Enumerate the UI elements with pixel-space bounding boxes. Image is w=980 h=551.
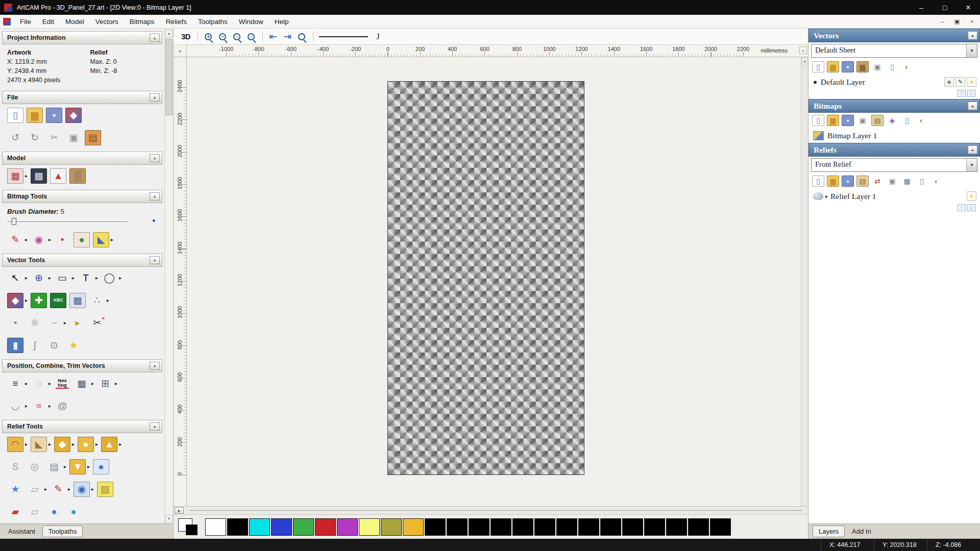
angled-plane-icon[interactable]: ◆ [54,437,70,452]
tab-addin[interactable]: Add In [849,526,874,537]
vector-layer-row[interactable]: ● Default Layer ◈✎● [808,74,980,89]
colour-palette-icon[interactable]: ● [74,232,90,247]
collapse-section-button[interactable]: ▲ [150,422,160,431]
tab-assistant[interactable]: Assistant [5,526,38,537]
flyout-arrow-icon[interactable]: ▸ [25,275,28,281]
save-file-icon[interactable]: ▪ [46,108,62,123]
zoom-in-icon[interactable]: + [202,31,215,43]
copy-vector-layer-icon[interactable]: ▣ [871,61,884,72]
mdi-close-button[interactable]: × [965,16,978,27]
palette-swatch[interactable] [381,518,402,536]
delete-vector-layer-icon[interactable]: ▯ [886,61,898,72]
collapse-section-button[interactable]: ▲ [150,154,160,162]
zoom-out-icon[interactable]: − [216,31,229,43]
weave-wizard-icon[interactable]: ◎ [27,459,43,474]
scrollbar-track[interactable] [190,510,802,511]
relief-from-image-icon[interactable]: ▒ [69,168,86,184]
delete-relief-layer-icon[interactable]: ▯ [916,176,928,187]
align-vectors-icon[interactable]: ≡ [7,376,23,391]
new-bitmap-layer-icon[interactable]: ▯ [812,115,824,126]
create-point-icon[interactable]: • [7,315,23,331]
create-arrow-icon[interactable]: ▸ [69,315,86,331]
trim-vectors-icon[interactable]: ✂× [89,315,105,331]
open-vector-layer-icon[interactable]: ▆ [827,61,839,72]
drawing-canvas[interactable]: ▲ [187,57,808,506]
save-bitmap-layer-icon[interactable]: ▪ [842,115,854,126]
view-3d-button[interactable]: 3D [178,31,194,42]
snap-layer-icon[interactable]: ◈ [944,77,954,87]
paste-icon[interactable]: ▤ [85,130,101,145]
scroll-right-button[interactable]: ▶ [175,507,184,514]
palette-swatch[interactable] [469,518,489,536]
flyout-arrow-icon[interactable]: ▸ [115,381,117,386]
export-transfer-icon[interactable]: ◆ [65,108,82,123]
menu-edit[interactable]: Edit [37,15,60,28]
save-vector-layer-icon[interactable]: ▪ [842,61,854,72]
palette-swatch[interactable] [644,518,665,536]
flyout-arrow-icon[interactable]: ▸ [64,464,66,469]
flyout-arrow-icon[interactable]: ▸ [95,275,98,281]
colour-picker-icon[interactable]: • [54,232,70,247]
invert-relief-icon[interactable]: ▩ [31,168,47,184]
flyout-arrow-icon[interactable]: ▸ [25,297,28,303]
circular-copy-icon[interactable]: ◌ [31,376,47,391]
palette-swatch[interactable] [534,518,555,536]
menu-bitmaps[interactable]: Bitmaps [124,15,160,28]
relief-selector[interactable]: Front Relief ▼ [811,158,977,172]
move-relief-down-icon[interactable]: ↓ [967,204,975,211]
dropdown-arrow-icon[interactable]: ▼ [966,44,977,57]
flyout-arrow-icon[interactable]: ▸ [72,441,75,447]
flyout-arrow-icon[interactable]: ▸ [48,441,51,447]
duplicate-relief-layer-icon[interactable]: ▤ [856,176,869,187]
merge-bitmap-layers-icon[interactable]: ▤ [871,115,884,126]
canvas-vertical-scrollbar[interactable]: ▲ [801,57,808,506]
bitmap-layer-row[interactable]: Bitmap Layer 1 [808,128,980,143]
line-width-sample[interactable] [319,36,368,37]
palette-swatch[interactable] [578,518,599,536]
zoom-selected-icon[interactable] [295,31,308,43]
menu-vectors[interactable]: Vectors [90,15,124,28]
copy-icon[interactable]: ▣ [65,130,82,145]
palette-swatch[interactable] [227,518,248,536]
sheet-selector[interactable]: Default Sheet ▼ [811,44,977,58]
palette-swatch[interactable] [622,518,643,536]
copy-bitmap-layer-icon[interactable]: ▣ [856,115,869,126]
extrude-relief-icon[interactable]: ▱ [27,504,43,519]
move-layer-down-icon[interactable]: ↓ [967,90,975,97]
primary-secondary-swatch[interactable] [178,517,202,537]
collapse-section-button[interactable]: ▲ [150,34,160,42]
move-relief-up-icon[interactable]: ↑ [958,204,966,211]
two-rail-sweep-icon[interactable]: ▰ [7,504,23,519]
smooth-relief-icon[interactable]: ◠ [7,437,23,452]
dropdown-arrow-icon[interactable]: ▼ [966,159,977,171]
open-file-icon[interactable]: ▆ [27,108,43,123]
relief-grid-icon[interactable]: ▦ [901,176,913,187]
collapse-section-button[interactable]: ▲ [150,362,160,370]
create-text-icon[interactable]: T [78,270,94,286]
tab-toolpaths[interactable]: Toolpaths [42,525,83,537]
ruler-origin-icon[interactable]: + [174,45,187,57]
palette-swatch[interactable] [491,518,511,536]
palette-swatch[interactable] [249,518,270,536]
flyout-arrow-icon[interactable]: ▸ [44,486,47,492]
relief-layer-row[interactable]: ▸ Relief Layer 1 ● [808,189,980,204]
menu-window[interactable]: Window [233,15,269,28]
bitmap-layer-name[interactable]: Bitmap Layer 1 [827,131,976,140]
flyout-arrow-icon[interactable]: ▸ [48,403,51,409]
flyout-arrow-icon[interactable]: ▸ [48,381,51,386]
toggle-all-reliefs-icon[interactable]: ◐ [930,176,943,187]
scroll-down-button[interactable]: ▼ [165,515,173,522]
texture-relief-icon[interactable]: ◉ [74,482,90,497]
scroll-up-button[interactable]: ▲ [802,58,807,64]
link-bitmap-layer-icon[interactable]: ◈ [886,115,898,126]
create-spiral-icon[interactable]: @ [54,398,70,414]
create-polyline-icon[interactable]: ◆ [7,293,23,308]
select-vectors-icon[interactable]: ↖ [7,270,23,286]
nesting-icon[interactable]: Nes ting [54,376,70,391]
flyout-arrow-icon[interactable]: ▸ [119,441,121,447]
palette-swatch[interactable] [425,518,446,536]
secondary-color-swatch[interactable] [186,524,198,535]
lead-in-sample[interactable]: J [373,32,383,42]
flyout-arrow-icon[interactable]: ▸ [64,320,66,325]
flyout-arrow-icon[interactable]: ▸ [107,297,109,303]
